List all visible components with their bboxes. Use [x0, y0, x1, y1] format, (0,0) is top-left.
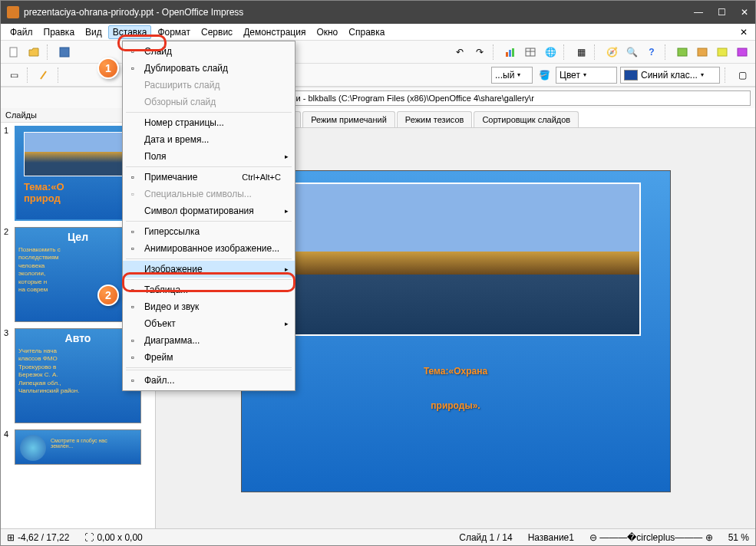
close-button[interactable]: ✕	[740, 7, 749, 18]
hyperlink-button[interactable]: 🌐	[542, 44, 559, 61]
menu-item-label: Диаграмма...	[144, 335, 200, 346]
menu-item-5[interactable]: Дата и время...	[123, 131, 295, 148]
tab-handout[interactable]: Режим тезисов	[397, 111, 473, 127]
bucket-icon[interactable]: 🪣	[536, 67, 553, 84]
menu-item-2: Расширить слайд	[123, 77, 295, 94]
dup-icon: ▫	[127, 62, 139, 74]
menu-item-15[interactable]: Объект▸	[123, 315, 295, 332]
menu-item-label: Поля	[144, 151, 167, 162]
maximize-button[interactable]: ☐	[717, 7, 726, 18]
menu-item-label: Таблица...	[144, 285, 188, 295]
menu-item-1[interactable]: ▫Дублировать слайд	[123, 60, 295, 77]
menu-item-12[interactable]: Изображение▸	[123, 261, 295, 278]
menu-item-label: Дублировать слайд	[144, 63, 228, 74]
menu-item-19[interactable]: ▫Файл...	[123, 372, 295, 389]
submenu-arrow-icon: ▸	[285, 265, 289, 273]
grid-button[interactable]: ▦	[573, 44, 589, 61]
fill-combo[interactable]: Цвет▾	[556, 67, 617, 84]
menu-item-label: Анимированное изображение...	[144, 243, 279, 254]
new-button[interactable]	[5, 44, 22, 61]
table-icon: ▫	[127, 284, 139, 296]
svg-rect-4	[512, 48, 514, 57]
svg-rect-1	[60, 48, 69, 57]
menu-help[interactable]: Справка	[344, 25, 389, 39]
menu-item-8: ▫Специальные символы...	[123, 186, 295, 202]
save-button[interactable]	[56, 44, 73, 61]
ext4-button[interactable]	[734, 44, 751, 61]
zoom-button[interactable]: 🔍	[623, 44, 640, 61]
status-layout: Название1	[528, 532, 574, 543]
svg-rect-9	[698, 48, 707, 56]
menu-slideshow[interactable]: Демонстрация	[239, 25, 310, 39]
insert-menu-dropdown: ▫Слайд▫Дублировать слайдРасширить слайдО…	[122, 41, 295, 391]
menu-item-label: Номер страницы...	[144, 117, 224, 128]
thumb-4[interactable]: 4 Смотрите я глобус нас землен...	[4, 429, 152, 468]
submenu-arrow-icon: ▸	[285, 153, 289, 160]
menu-item-label: Объект	[144, 318, 176, 329]
zoom-controls[interactable]: ⊖ ———�circleplus——— ⊕	[589, 532, 713, 543]
shadow-button[interactable]: ▢	[734, 67, 751, 84]
redo-button[interactable]: ↷	[471, 44, 488, 61]
ext3-button[interactable]	[714, 44, 731, 61]
slide-photo	[272, 183, 641, 336]
navigator-button[interactable]: 🧭	[603, 44, 620, 61]
tab-sorter[interactable]: Сортировщик слайдов	[474, 111, 579, 127]
menu-item-label: Гиперссылка	[144, 226, 200, 237]
menu-item-0[interactable]: ▫Слайд	[123, 43, 295, 60]
ext2-button[interactable]	[694, 44, 711, 61]
current-slide[interactable]: Тема:«Охрана природы».	[241, 170, 671, 492]
menu-item-16[interactable]: ▫Диаграмма...	[123, 332, 295, 349]
undo-button[interactable]: ↶	[451, 44, 468, 61]
doc-close-icon[interactable]: ✕	[737, 27, 751, 38]
zoom-value[interactable]: 51 %	[728, 532, 749, 543]
status-size: ⛶ 0,00 x 0,00	[84, 532, 142, 543]
minimize-button[interactable]: —	[694, 7, 703, 18]
menu-item-label: Изображение	[144, 264, 203, 275]
table-button[interactable]	[522, 44, 539, 61]
menu-insert[interactable]: Вставка	[108, 25, 152, 39]
svg-rect-8	[678, 48, 687, 56]
menu-file[interactable]: Файл	[5, 25, 38, 39]
chart-button[interactable]	[502, 44, 519, 61]
help-button[interactable]: ?	[643, 44, 660, 61]
menu-item-label: Слайд	[144, 46, 172, 57]
statusbar: ⊞ -4,62 / 17,22 ⛶ 0,00 x 0,00 Слайд 1 / …	[1, 528, 755, 545]
svg-rect-3	[509, 50, 511, 57]
menu-item-6[interactable]: Поля▸	[123, 148, 295, 165]
arrow-button[interactable]: ▭	[5, 67, 22, 84]
slide-icon: ▫	[127, 45, 139, 58]
menu-item-label: Видео и звук	[144, 301, 199, 312]
color-combo[interactable]: Синий клас...▾	[620, 67, 720, 84]
menu-tools[interactable]: Сервис	[196, 25, 237, 39]
linecolor-button[interactable]	[36, 67, 53, 84]
menu-item-9[interactable]: Символ форматирования▸	[123, 202, 295, 219]
menu-item-13[interactable]: ▫Таблица...	[123, 281, 295, 298]
menu-item-4[interactable]: Номер страницы...	[123, 114, 295, 131]
svg-rect-0	[10, 48, 17, 57]
linestyle-combo[interactable]: ...ый▾	[491, 67, 533, 84]
submenu-arrow-icon: ▸	[285, 320, 289, 327]
gallery-path-field[interactable]	[228, 90, 751, 106]
menu-edit[interactable]: Правка	[39, 25, 80, 39]
titlebar: prezentaciya-ohrana-prirody.ppt - OpenOf…	[1, 1, 755, 24]
ext1-button[interactable]	[674, 44, 691, 61]
menu-window[interactable]: Окно	[312, 25, 342, 39]
menu-item-11[interactable]: ▫Анимированное изображение...	[123, 240, 295, 257]
menu-item-10[interactable]: ▫Гиперссылка	[123, 223, 295, 240]
menu-item-7[interactable]: ▫ПримечаниеCtrl+Alt+C	[123, 169, 295, 186]
chart-icon: ▫	[127, 334, 139, 347]
callout-2: 2	[97, 285, 119, 306]
menu-view[interactable]: Вид	[81, 25, 107, 39]
menu-item-17[interactable]: ▫Фрейм	[123, 349, 295, 366]
svg-rect-10	[718, 48, 727, 56]
open-button[interactable]	[25, 44, 42, 61]
menu-format[interactable]: Формат	[153, 25, 195, 39]
file-icon: ▫	[127, 374, 139, 386]
submenu-arrow-icon: ▸	[285, 207, 289, 215]
menu-item-14[interactable]: ▫Видео и звук	[123, 298, 295, 315]
tab-notes[interactable]: Режим примечаний	[302, 111, 395, 127]
menu-item-label: Обзорный слайд	[144, 97, 216, 107]
status-coord: ⊞ -4,62 / 17,22	[7, 532, 69, 543]
menubar: Файл Правка Вид Вставка Формат Сервис Де…	[1, 24, 755, 41]
app-icon	[7, 6, 19, 18]
